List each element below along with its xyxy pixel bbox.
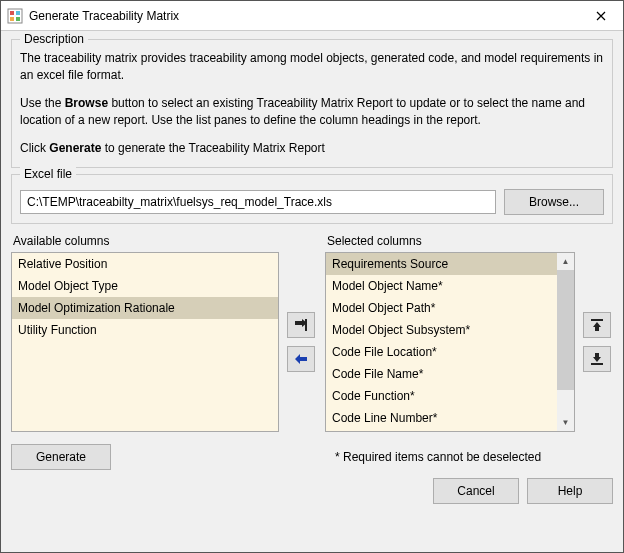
list-item[interactable]: Requirements Source (326, 253, 557, 275)
list-item[interactable]: Code File Name* (326, 363, 557, 385)
list-item[interactable]: Code Line Number* (326, 407, 557, 429)
svg-rect-7 (591, 363, 603, 365)
list-item[interactable]: Code Function* (326, 385, 557, 407)
list-item[interactable]: Model Object Unique ID* (326, 429, 557, 432)
move-down-button[interactable] (583, 346, 611, 372)
description-para1: The traceability matrix provides traceab… (20, 50, 604, 85)
move-up-button[interactable] (583, 312, 611, 338)
selected-columns-label: Selected columns (325, 234, 575, 248)
list-item[interactable]: Model Object Type (12, 275, 278, 297)
description-legend: Description (20, 32, 88, 46)
list-item[interactable]: Code File Location* (326, 341, 557, 363)
window-title: Generate Traceability Matrix (29, 9, 579, 23)
svg-rect-1 (10, 11, 14, 15)
scroll-thumb[interactable] (557, 270, 574, 390)
list-item[interactable]: Utility Function (12, 319, 278, 341)
add-column-button[interactable] (287, 312, 315, 338)
generate-button[interactable]: Generate (11, 444, 111, 470)
dialog-buttons: Cancel Help (11, 476, 613, 504)
dialog-window: Generate Traceability Matrix Description… (0, 0, 624, 553)
browse-button[interactable]: Browse... (504, 189, 604, 215)
description-para2: Use the Browse button to select an exist… (20, 95, 604, 130)
description-para3: Click Generate to generate the Traceabil… (20, 140, 604, 157)
reorder-buttons (583, 234, 613, 432)
svg-rect-3 (10, 17, 14, 21)
help-button[interactable]: Help (527, 478, 613, 504)
title-bar: Generate Traceability Matrix (1, 1, 623, 31)
desc-bold-browse: Browse (65, 96, 108, 110)
desc-bold-generate: Generate (49, 141, 101, 155)
svg-rect-5 (305, 319, 307, 331)
available-columns-list[interactable]: Relative PositionModel Object TypeModel … (11, 252, 279, 432)
cancel-button[interactable]: Cancel (433, 478, 519, 504)
excel-file-legend: Excel file (20, 167, 76, 181)
excel-file-group: Excel file Browse... (11, 174, 613, 224)
scroll-down-icon[interactable]: ▼ (557, 414, 574, 431)
list-item[interactable]: Model Optimization Rationale (12, 297, 278, 319)
svg-rect-6 (591, 319, 603, 321)
svg-rect-4 (16, 17, 20, 21)
available-columns-panel: Available columns Relative PositionModel… (11, 234, 279, 432)
scroll-up-icon[interactable]: ▲ (557, 253, 574, 270)
list-item[interactable]: Model Object Subsystem* (326, 319, 557, 341)
close-button[interactable] (579, 1, 623, 31)
required-note: * Required items cannot be deselected (335, 450, 541, 464)
desc-text: Click (20, 141, 49, 155)
list-item[interactable]: Model Object Path* (326, 297, 557, 319)
svg-rect-2 (16, 11, 20, 15)
bottom-row: Generate * Required items cannot be dese… (11, 444, 613, 470)
description-group: Description The traceability matrix prov… (11, 39, 613, 168)
columns-area: Available columns Relative PositionModel… (11, 234, 613, 432)
description-body: The traceability matrix provides traceab… (20, 50, 604, 157)
transfer-buttons (287, 234, 317, 432)
list-item[interactable]: Relative Position (12, 253, 278, 275)
client-area: Description The traceability matrix prov… (1, 31, 623, 552)
excel-path-input[interactable] (20, 190, 496, 214)
available-columns-label: Available columns (11, 234, 279, 248)
selected-columns-panel: Selected columns Requirements SourceMode… (325, 234, 575, 432)
app-icon (7, 8, 23, 24)
desc-text: to generate the Traceability Matrix Repo… (101, 141, 324, 155)
desc-text: Use the (20, 96, 65, 110)
remove-column-button[interactable] (287, 346, 315, 372)
list-item[interactable]: Model Object Name* (326, 275, 557, 297)
selected-columns-list[interactable]: Requirements SourceModel Object Name*Mod… (325, 252, 575, 432)
selected-list-scrollbar[interactable]: ▲ ▼ (557, 253, 574, 431)
